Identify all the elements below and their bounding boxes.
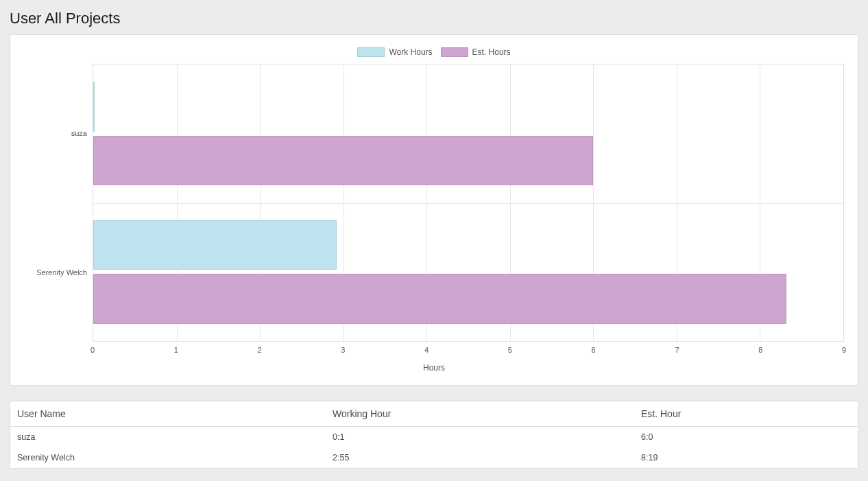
chart-plot-area: suzaSerenity Welch [24,64,844,342]
cell-working: 2:55 [333,453,641,462]
x-tick-label: 8 [758,346,762,354]
y-tick-label: Serenity Welch [36,268,87,277]
x-tick-label: 4 [424,346,429,354]
table-header-working: Working Hour [333,408,641,419]
table-header-row: User Name Working Hour Est. Hour [10,401,858,427]
table-row: Serenity Welch2:558:19 [10,447,858,468]
cell-est: 8:19 [641,453,851,462]
x-tick-label: 6 [592,346,596,354]
legend-swatch-est [441,47,468,57]
chart-plot [93,64,844,342]
x-tick-label: 5 [508,346,512,354]
x-tick-label: 0 [91,346,95,354]
legend-label-work: Work Hours [389,47,432,57]
legend-item-work[interactable]: Work Hours [357,47,432,57]
table-header-user: User Name [17,408,333,419]
chart-x-axis: 0123456789 [93,342,844,359]
chart-x-axis-title: Hours [24,363,844,373]
x-tick-label: 1 [174,346,178,354]
cell-working: 0:1 [333,432,641,442]
chart-panel: Work Hours Est. Hours suzaSerenity Welch… [10,34,858,386]
x-tick-label: 2 [257,346,261,354]
x-tick-label: 3 [341,346,345,354]
legend-label-est: Est. Hours [472,47,511,57]
x-tick-label: 9 [842,346,846,354]
page-title: User All Projects [10,10,858,27]
bar-work[interactable] [93,82,95,132]
table-header-est: Est. Hour [641,408,851,419]
grid-line-h [93,203,843,204]
cell-user: Serenity Welch [17,453,333,462]
y-tick-label: suza [71,129,87,137]
chart-legend: Work Hours Est. Hours [24,47,844,57]
legend-item-est[interactable]: Est. Hours [441,47,511,57]
data-table: User Name Working Hour Est. Hour suza0:1… [10,401,858,469]
bar-est[interactable] [93,274,786,324]
legend-swatch-work [357,47,385,57]
table-row: suza0:16:0 [10,427,858,447]
bar-work[interactable] [93,220,337,270]
x-tick-label: 7 [675,346,679,354]
bar-est[interactable] [93,136,593,186]
cell-est: 6:0 [641,432,851,442]
cell-user: suza [17,432,333,442]
chart-y-axis: suzaSerenity Welch [24,64,93,342]
